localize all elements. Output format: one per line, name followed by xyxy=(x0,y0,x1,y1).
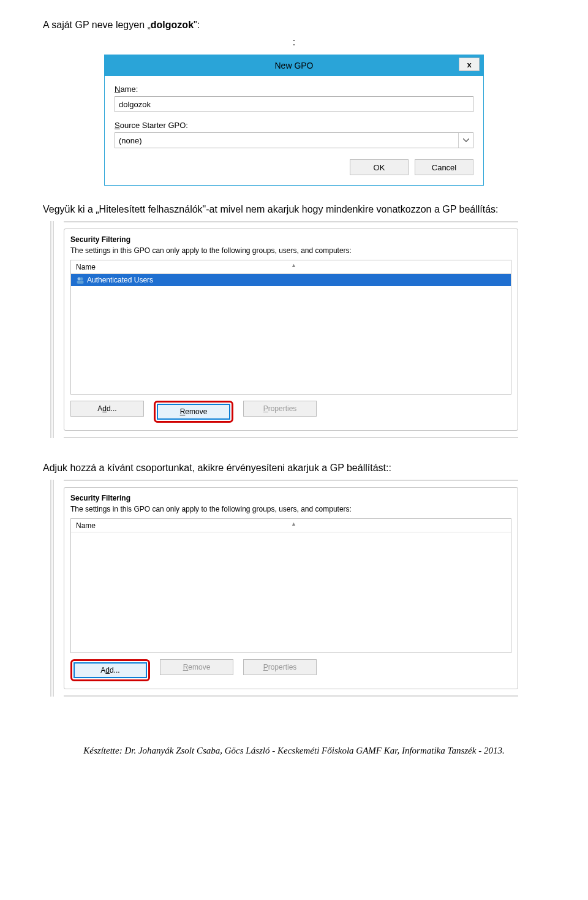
close-icon: x xyxy=(467,60,471,69)
add-button[interactable]: Add... xyxy=(70,401,144,417)
panel-bottom-border xyxy=(64,695,518,697)
svg-point-1 xyxy=(80,278,83,281)
remove-button[interactable]: Remove xyxy=(157,404,230,420)
starter-label: Source Starter GPO: xyxy=(115,121,473,130)
sort-asc-icon: ▲ xyxy=(291,262,296,268)
cancel-button[interactable]: Cancel xyxy=(415,159,473,175)
groupbox-note: The settings in this GPO can only apply … xyxy=(70,505,511,513)
groupbox-title: Security Filtering xyxy=(70,235,511,244)
panel-left-border xyxy=(50,480,54,697)
chevron-down-icon xyxy=(458,133,473,148)
name-input[interactable] xyxy=(115,96,473,112)
starter-select-value: (none) xyxy=(119,136,142,145)
list-item-authenticated-users[interactable]: Authenticated Users xyxy=(71,274,511,286)
highlight-ring: Remove xyxy=(154,401,233,423)
panel-bottom-border xyxy=(64,437,518,438)
dialog-titlebar: New GPO x xyxy=(105,55,483,76)
dialog-title: New GPO xyxy=(111,61,477,70)
panel-left-border xyxy=(50,221,54,438)
security-filtering-panel-2: Security Filtering The settings in this … xyxy=(50,480,522,697)
add-button[interactable]: Add... xyxy=(74,662,147,678)
starter-select[interactable]: (none) xyxy=(115,132,473,148)
list-item-label: Authenticated Users xyxy=(87,276,153,284)
close-button[interactable]: x xyxy=(459,58,480,71)
list-header[interactable]: Name ▲ xyxy=(71,260,511,274)
panel-top-border xyxy=(64,221,518,222)
svg-rect-2 xyxy=(77,281,84,284)
remove-button[interactable]: Remove xyxy=(160,659,233,675)
filter-listbox[interactable]: Name ▲ xyxy=(70,518,511,653)
list-column-name: Name xyxy=(76,521,96,530)
highlight-ring: Add... xyxy=(70,659,150,681)
new-gpo-dialog: New GPO x Name: Source Starter GPO: (non… xyxy=(104,55,484,186)
ok-button[interactable]: OK xyxy=(350,159,409,175)
list-column-name: Name xyxy=(76,263,96,271)
colon-line: : xyxy=(43,36,545,49)
intro-line: A saját GP neve legyen „dolgozok": xyxy=(43,18,545,32)
panel-top-border xyxy=(64,480,518,481)
paragraph-remove-auth-users: Vegyük ki a „Hitelesített felhasználók"-… xyxy=(43,204,545,215)
list-header[interactable]: Name ▲ xyxy=(71,519,511,532)
properties-button[interactable]: Properties xyxy=(243,401,317,417)
groupbox-title: Security Filtering xyxy=(70,494,511,502)
filter-listbox[interactable]: Name ▲ Authenticated Users xyxy=(70,260,511,395)
users-icon xyxy=(76,276,85,284)
paragraph-add-group: Adjuk hozzá a kívánt csoportunkat, akikr… xyxy=(43,463,545,474)
properties-button[interactable]: Properties xyxy=(243,659,317,675)
groupbox-note: The settings in this GPO can only apply … xyxy=(70,246,511,255)
page-footer: Készítette: Dr. Johanyák Zsolt Csaba, Gö… xyxy=(43,746,545,756)
name-label: Name: xyxy=(115,85,473,94)
security-filtering-panel-1: Security Filtering The settings in this … xyxy=(50,221,522,438)
sort-asc-icon: ▲ xyxy=(291,521,296,527)
